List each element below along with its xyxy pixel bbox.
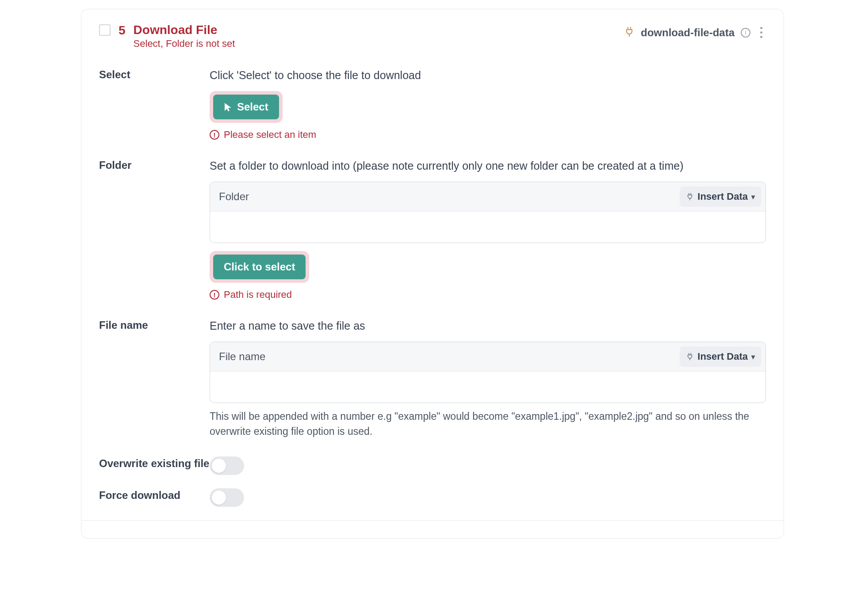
info-icon[interactable]: i: [741, 28, 750, 38]
folder-select-button-halo: Click to select: [210, 251, 309, 283]
field-force: [210, 488, 766, 507]
folder-select-button-label: Click to select: [224, 261, 295, 273]
filename-input-label: File name: [219, 350, 265, 363]
row-folder: Folder Set a folder to download into (pl…: [99, 158, 766, 300]
row-force: Force download: [99, 488, 766, 507]
label-overwrite: Overwrite existing file: [99, 456, 210, 470]
field-folder: Set a folder to download into (please no…: [210, 158, 766, 300]
header-right: download-file-data i: [624, 25, 766, 40]
chevron-down-icon: ▾: [751, 193, 755, 201]
folder-input-block: Folder Insert Data ▾: [210, 182, 766, 243]
plug-icon: [624, 27, 635, 39]
label-select: Select: [99, 68, 210, 81]
filename-input-block: File name Insert Data ▾: [210, 342, 766, 403]
folder-insert-data-button[interactable]: Insert Data ▾: [680, 186, 761, 207]
filename-insert-data-button[interactable]: Insert Data ▾: [680, 346, 761, 367]
filename-insert-data-label: Insert Data: [697, 351, 748, 362]
field-overwrite: [210, 456, 766, 475]
error-icon: !: [210, 130, 219, 140]
divider: [81, 520, 784, 521]
card-header: 5 Download File Select, Folder is not se…: [99, 23, 766, 50]
field-select: Click 'Select' to choose the file to dow…: [210, 68, 766, 141]
module-name: download-file-data: [641, 27, 735, 39]
step-number: 5: [119, 23, 126, 38]
error-select: ! Please select an item: [210, 129, 766, 141]
plug-icon: [686, 193, 694, 201]
folder-insert-data-label: Insert Data: [697, 191, 748, 202]
row-select: Select Click 'Select' to choose the file…: [99, 68, 766, 141]
step-title: Download File: [134, 23, 235, 38]
header-left: 5 Download File Select, Folder is not se…: [99, 23, 235, 50]
error-folder-text: Path is required: [224, 289, 292, 300]
help-folder: Set a folder to download into (please no…: [210, 158, 766, 174]
filename-input-header: File name Insert Data ▾: [210, 342, 765, 372]
select-button[interactable]: Select: [213, 95, 279, 119]
row-filename: File name Enter a name to save the file …: [99, 318, 766, 439]
field-filename: Enter a name to save the file as File na…: [210, 318, 766, 439]
overwrite-toggle[interactable]: [210, 456, 244, 475]
step-title-group: Download File Select, Folder is not set: [134, 23, 235, 50]
chevron-down-icon: ▾: [751, 353, 755, 361]
error-folder: ! Path is required: [210, 289, 766, 300]
filename-hint: This will be appended with a number e.g …: [210, 409, 766, 439]
folder-input-area[interactable]: [210, 212, 765, 243]
label-folder: Folder: [99, 158, 210, 171]
force-toggle[interactable]: [210, 488, 244, 507]
plug-icon: [686, 353, 694, 361]
cursor-icon: [224, 102, 233, 112]
folder-input-header: Folder Insert Data ▾: [210, 182, 765, 212]
toggle-knob: [212, 491, 226, 505]
select-button-halo: Select: [210, 91, 283, 123]
kebab-menu[interactable]: [757, 25, 766, 40]
folder-input-label: Folder: [219, 190, 249, 203]
toggle-knob: [212, 459, 226, 473]
filename-input-area[interactable]: [210, 372, 765, 403]
select-button-label: Select: [237, 101, 268, 113]
step-checkbox[interactable]: [99, 24, 111, 36]
error-select-text: Please select an item: [224, 129, 316, 141]
help-filename: Enter a name to save the file as: [210, 318, 766, 334]
row-overwrite: Overwrite existing file: [99, 456, 766, 475]
label-filename: File name: [99, 318, 210, 331]
help-select: Click 'Select' to choose the file to dow…: [210, 68, 766, 83]
label-force: Force download: [99, 488, 210, 502]
step-card: 5 Download File Select, Folder is not se…: [81, 9, 784, 539]
folder-select-button[interactable]: Click to select: [213, 255, 306, 279]
step-subtitle: Select, Folder is not set: [134, 38, 235, 50]
error-icon: !: [210, 290, 219, 300]
